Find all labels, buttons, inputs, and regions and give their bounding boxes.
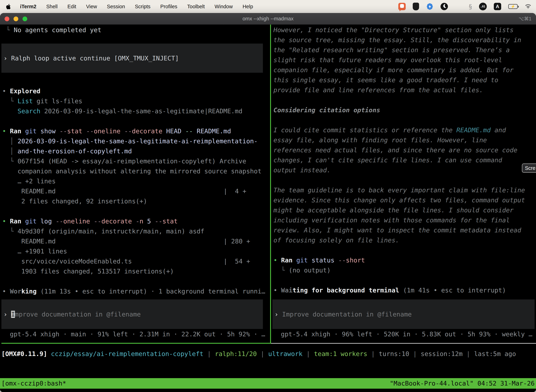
window-title-bar[interactable]: omx --xhigh --madmax ⌥⌘1: [0, 13, 536, 25]
ralph-loop-banner: › Ralph loop active continue [OMX_TMUX_I…: [1, 44, 263, 73]
terminal-line: [273, 175, 525, 185]
menu-items: iTerm2 Shell Edit View Session Scripts P…: [6, 4, 263, 10]
left-prompt-input[interactable]: › Improve documentation in @filename: [1, 299, 263, 329]
terminal-line: companion file, especially if more comme…: [273, 65, 525, 75]
terminal-line: 2 files changed, 92 insertions(+): [2, 196, 265, 206]
pane-divider[interactable]: [270, 25, 271, 344]
right-pane-bottom-border: [271, 343, 536, 344]
screen-overlay-button[interactable]: Scre: [522, 163, 536, 173]
menu-item-toolbelt[interactable]: Toolbelt: [187, 4, 205, 9]
terminal-line: › Ralph loop active continue [OMX_TMUX_I…: [4, 53, 263, 63]
terminal-line: I could cite commit statistics or refere…: [273, 125, 525, 135]
terminal-line: │ and-the-erosion-of-copyleft.md: [2, 146, 265, 156]
terminal-line: gpt-5.4 xhigh · 96% left · 520K in · 5.8…: [281, 329, 536, 339]
badge-61-icon[interactable]: ..61: [479, 3, 487, 10]
blue-bolt-icon[interactable]: [426, 3, 433, 10]
terminal-line: • Explored: [2, 86, 265, 96]
terminal-line: the "Related research writing" section i…: [273, 45, 525, 55]
terminal-line: slight risk that future readers may over…: [273, 55, 525, 65]
menu-item-session[interactable]: Session: [107, 4, 125, 9]
terminal-line: including verification notes with those …: [273, 215, 525, 225]
terminal-line: │ 2026-03-09-is-legal-the-same-as-legiti…: [2, 136, 265, 146]
terminal-line: Considering citation options: [273, 105, 525, 115]
squiggle-icon[interactable]: §: [469, 3, 472, 10]
terminal-line: [2, 276, 265, 286]
terminal-line: references need actual files, and since …: [273, 145, 525, 155]
terminal-line: └ No agents completed yet: [2, 25, 101, 35]
chat-bubble-icon[interactable]: [398, 3, 406, 10]
menu-item-edit[interactable]: Edit: [67, 4, 76, 9]
omx-status-line: [OMX#0.11.9] cczip/essay/ai-reimplementa…: [1, 349, 516, 359]
terminal-line: [273, 115, 525, 125]
terminal-line: └ 4b9d30f (origin/main, instructkr/main,…: [2, 226, 265, 236]
terminal-line: of focusing solely on file lines.: [273, 235, 525, 245]
terminal-line: README.md| 280 +: [2, 236, 265, 246]
right-prompt-input[interactable]: › Improve documentation in @filename: [273, 299, 535, 329]
terminal-line: output instead.: [273, 165, 525, 175]
iterm2-window: omx --xhigh --madmax ⌥⌘1 └ No agents com…: [0, 13, 536, 392]
terminal-line: [2, 116, 265, 126]
window-shortcut-hint: ⌥⌘1: [519, 16, 531, 22]
right-transcript: However, I noticed the "Directory Struct…: [273, 25, 525, 295]
terminal-line: gpt-5.4 xhigh · main · 91% left · 2.31M …: [10, 329, 270, 339]
terminal-line: The team guideline is to back every impo…: [273, 185, 525, 195]
terminal-line: 1903 files changed, 513517 insertions(+): [2, 266, 265, 276]
terminal-line: [OMX#0.11.9] cczip/essay/ai-reimplementa…: [1, 349, 516, 359]
terminal-line: this single essay, it seems like a good …: [273, 75, 525, 85]
terminal-line: [273, 245, 525, 255]
terminal-line: • Ran git status --short: [273, 255, 525, 265]
grid-shield-icon[interactable]: [413, 3, 419, 10]
terminal-line: [2, 206, 265, 216]
window-title: omx --xhigh --madmax: [0, 16, 536, 22]
terminal-line: review. Also, I might want to inspect th…: [273, 225, 525, 235]
menu-item-scripts[interactable]: Scripts: [135, 4, 151, 9]
terminal-line: • Ran git show --stat --oneline --decora…: [2, 126, 265, 136]
wifi-icon[interactable]: [525, 4, 531, 9]
left-pane-bottom-border: [1, 343, 270, 344]
terminal-line: • Working (11m 13s • esc to interrupt) ·…: [2, 286, 265, 296]
terminal-line: [273, 275, 525, 285]
battery-bolt-glyph: ⚡: [511, 5, 515, 8]
menu-item-window[interactable]: Window: [215, 4, 233, 9]
terminal-line: the source tree, missing the essay. Stil…: [273, 35, 525, 45]
menu-bar: iTerm2 Shell Edit View Session Scripts P…: [0, 0, 536, 13]
terminal-line: • Waiting for background terminal (1m 41…: [273, 285, 525, 295]
terminal-line: [273, 95, 525, 105]
left-transcript: • Explored └ List git ls-files Search 20…: [2, 86, 265, 296]
terminal-line: • Ran git log --oneline --decorate -n 5 …: [2, 216, 265, 226]
terminal-line: evidence. Since this change only affects…: [273, 195, 525, 205]
terminal-line: └ List git ls-files: [2, 96, 265, 106]
terminal-line: › Improve documentation in @filename: [274, 309, 535, 319]
tmux-session-name: [omx-cczip0:bash*: [1, 378, 66, 389]
tmux-status-bar: [omx-cczip0:bash* "MacBook-Pro-44.local"…: [0, 378, 536, 389]
crescent-icon[interactable]: [440, 3, 448, 10]
tmux-host-clock: "MacBook-Pro-44.local" 04:52 31-Mar-26: [390, 378, 535, 389]
terminal-line: changes, I can't cite specific file line…: [273, 155, 525, 165]
dots-grid-icon[interactable]: [455, 3, 462, 10]
apple-icon[interactable]: [6, 4, 11, 10]
terminal-line: … +2 lines: [2, 176, 265, 186]
terminal-line: Search 2026-03-09-is-legal-the-same-as-l…: [2, 106, 265, 116]
menu-item-shell[interactable]: Shell: [46, 4, 58, 9]
menu-item-profiles[interactable]: Profiles: [160, 4, 177, 9]
terminal-line: └ (no output): [273, 265, 525, 275]
menu-item-help[interactable]: Help: [243, 4, 253, 9]
terminal-line: However, I noticed the "Directory Struct…: [273, 25, 525, 35]
menu-item-iterm2[interactable]: iTerm2: [20, 4, 36, 9]
terminal-line: › Improve documentation in @filename: [4, 309, 263, 319]
terminal-line: README.md| 4 +: [2, 186, 265, 196]
terminal-line: src/voice/voiceModeEnabled.ts| 54 +: [2, 256, 265, 266]
menu-item-view[interactable]: View: [86, 4, 97, 9]
right-session-status: gpt-5.4 xhigh · 96% left · 520K in · 5.8…: [271, 329, 536, 339]
menu-status-icons: § ..61 A ⚡: [398, 3, 531, 10]
keycap-a-icon[interactable]: A: [494, 3, 501, 10]
terminal-line: └ 067f154 (HEAD -> essay/ai-reimplementa…: [2, 156, 265, 166]
left-session-status: gpt-5.4 xhigh · main · 91% left · 2.31M …: [0, 329, 270, 339]
terminal-line: might be acceptable alongside the file l…: [273, 205, 525, 215]
terminal-line: provide file and line references from th…: [273, 85, 525, 95]
left-pane-top-line: └ No agents completed yet: [2, 25, 101, 35]
battery-icon[interactable]: ⚡: [508, 4, 518, 9]
terminal-line: essay file, along with finding root file…: [273, 135, 525, 145]
terminal-line: … +1901 lines: [2, 246, 265, 256]
terminal-line: companion analysis without altering the …: [2, 166, 265, 176]
